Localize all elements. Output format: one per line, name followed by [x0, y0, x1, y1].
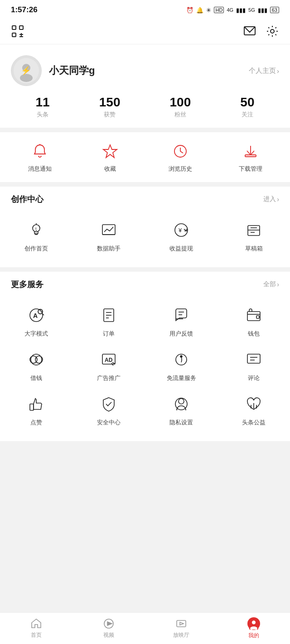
wallet-icon: [243, 304, 265, 326]
nav-video[interactable]: 视频: [91, 618, 127, 639]
svg-rect-54: [247, 354, 260, 363]
more-services-link[interactable]: 全部 ›: [263, 280, 279, 288]
stat-following[interactable]: 50 关注: [240, 95, 254, 119]
5g-icon: 5G: [248, 7, 255, 13]
notification-icon: 🔔: [196, 7, 203, 14]
action-favorite[interactable]: 收藏: [92, 141, 128, 173]
creation-center-chevron: ›: [277, 196, 279, 203]
stat-toutiao-number: 11: [36, 95, 50, 110]
comments-icon: [243, 349, 265, 370]
stat-likes-number: 150: [99, 95, 121, 110]
stat-likes[interactable]: 150 获赞: [99, 95, 121, 119]
drafts-item[interactable]: 草稿箱: [218, 214, 290, 258]
feedback-item[interactable]: 用户反馈: [145, 299, 218, 343]
bluetooth-icon: ✳: [206, 7, 211, 14]
comments-item[interactable]: 评论: [218, 343, 290, 388]
svg-rect-0: [12, 26, 16, 29]
svg-text:AD: AD: [105, 357, 113, 363]
bottom-nav: 首页 视频 放映厅 我的: [0, 612, 290, 644]
security-item[interactable]: 安全中心: [72, 388, 145, 432]
profile-section: ⚡ 小天同学g 个人主页 › 11 头条 150 获赞 100 粉丝 50 关注: [0, 44, 290, 128]
privacy-icon: [170, 393, 192, 415]
borrow-icon: [25, 349, 47, 370]
creation-home-item[interactable]: T 创作首页: [0, 214, 72, 258]
ads-label: 广告推广: [97, 374, 121, 382]
status-time: 1:57:26: [11, 5, 38, 14]
battery-icon: 63: [270, 7, 279, 13]
large-font-icon: A: [25, 304, 47, 326]
action-history-label: 浏览历史: [169, 165, 192, 173]
action-history[interactable]: 浏览历史: [162, 141, 198, 173]
svg-rect-28: [248, 226, 260, 235]
profile-link[interactable]: 个人主页 ›: [249, 67, 279, 75]
status-icons: ⏰ 🔔 ✳ HD 4G ▮▮▮ 5G ▮▮▮ 63: [186, 7, 279, 14]
svg-rect-17: [245, 155, 256, 157]
large-font-label: 大字模式: [24, 330, 48, 338]
svg-point-58: [179, 399, 184, 404]
settings-button[interactable]: [266, 24, 279, 40]
quick-actions: 消息通知 收藏 浏览历史 下载管理: [0, 132, 290, 182]
privacy-item[interactable]: 隐私设置: [145, 388, 218, 432]
nav-mine[interactable]: 我的: [236, 617, 272, 639]
star-icon: [100, 141, 120, 161]
nav-cinema[interactable]: 放映厅: [163, 618, 199, 639]
svg-rect-2: [12, 33, 16, 37]
nav-video-label: 视频: [103, 631, 114, 639]
svg-point-8: [271, 29, 274, 33]
toutiao-cover-item[interactable]: 头条公益: [218, 388, 290, 432]
large-font-item[interactable]: A 大字模式: [0, 299, 72, 343]
creation-center-header: 创作中心 进入 ›: [0, 187, 290, 209]
wallet-label: 钱包: [248, 330, 260, 338]
ads-item[interactable]: AD 广告推广: [72, 343, 145, 388]
drafts-box-icon: [243, 219, 265, 241]
comments-label: 评论: [248, 374, 260, 382]
message-button[interactable]: [243, 24, 256, 40]
svg-point-53: [180, 356, 182, 357]
data-assistant-item[interactable]: 数据助手: [72, 214, 145, 258]
creation-center-title: 创作中心: [11, 194, 44, 205]
stats-row: 11 头条 150 获赞 100 粉丝 50 关注: [11, 95, 279, 119]
drafts-label: 草稿箱: [245, 245, 263, 253]
creation-center-link-text: 进入: [263, 195, 276, 203]
earnings-label: 收益提现: [169, 245, 193, 253]
orders-item[interactable]: 订单: [72, 299, 145, 343]
toutiao-cover-label: 头条公益: [242, 418, 266, 427]
stat-fans[interactable]: 100 粉丝: [170, 95, 191, 119]
borrow-item[interactable]: 借钱: [0, 343, 72, 388]
svg-text:T: T: [35, 227, 37, 231]
svg-marker-64: [107, 622, 112, 625]
svg-rect-43: [247, 312, 260, 321]
svg-point-68: [250, 626, 258, 630]
signal2-icon: ▮▮▮: [258, 7, 267, 14]
svg-rect-44: [256, 316, 259, 318]
svg-text:¥: ¥: [178, 227, 182, 234]
creation-center-grid: T 创作首页 数据助手 ¥: [0, 209, 290, 267]
more-services-chevron: ›: [277, 281, 279, 288]
free-traffic-item[interactable]: 免流量服务: [145, 343, 218, 388]
scan-button[interactable]: [11, 24, 24, 40]
earnings-item[interactable]: ¥ 收益提现: [145, 214, 218, 258]
creation-center-link[interactable]: 进入 ›: [263, 195, 279, 203]
action-notification[interactable]: 消息通知: [22, 141, 58, 173]
top-nav: [0, 20, 290, 44]
feedback-label: 用户反馈: [169, 330, 193, 338]
action-download[interactable]: 下载管理: [232, 141, 269, 173]
orders-icon: [98, 304, 120, 326]
nav-home[interactable]: 首页: [18, 618, 54, 639]
alarm-icon: ⏰: [186, 7, 193, 14]
stat-toutiao[interactable]: 11 头条: [36, 95, 50, 119]
wallet-item[interactable]: 钱包: [218, 299, 290, 343]
more-services-section: 更多服务 全部 › A 大字模式: [0, 272, 290, 441]
avatar[interactable]: ⚡: [11, 55, 42, 86]
notification-bell-icon: [30, 141, 50, 161]
orders-label: 订单: [103, 330, 115, 338]
hd-badge: HD: [214, 7, 224, 13]
svg-text:A: A: [33, 312, 38, 319]
more-services-grid: A 大字模式 订单: [0, 294, 290, 441]
action-favorite-label: 收藏: [104, 165, 116, 173]
likes-item[interactable]: 点赞: [0, 388, 72, 432]
privacy-label: 隐私设置: [169, 418, 193, 427]
free-traffic-label: 免流量服务: [167, 374, 196, 382]
profile-row: ⚡ 小天同学g 个人主页 ›: [11, 55, 279, 86]
chart-icon: [98, 219, 120, 241]
